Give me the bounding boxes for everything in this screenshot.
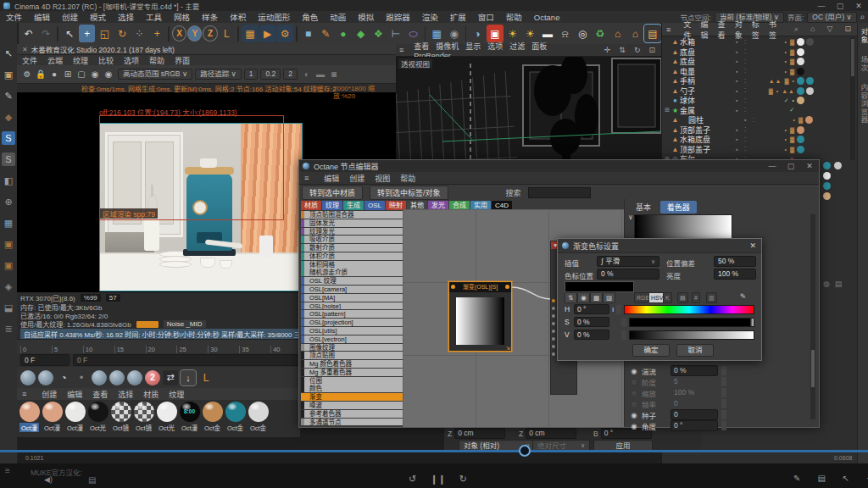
node-type-item[interactable]: 散射介质 xyxy=(301,244,403,252)
color-mode-button[interactable]: ▤ xyxy=(677,292,688,303)
editor-render-dots[interactable]: ⁚ xyxy=(744,97,751,104)
statusbar-icon[interactable]: ✎ xyxy=(793,474,800,483)
value-bar[interactable] xyxy=(629,330,754,340)
viewer-menu-item[interactable]: 比较 xyxy=(93,55,119,66)
stepper[interactable] xyxy=(621,330,626,340)
node-editor-menu-item[interactable]: 创建 xyxy=(344,173,370,184)
texture-tag[interactable] xyxy=(806,68,814,75)
display-mode-icon[interactable]: L xyxy=(198,370,214,385)
toolbar-icon[interactable] xyxy=(425,26,426,42)
viewer-tool-icon[interactable]: ● xyxy=(47,68,61,81)
kernel-select[interactable]: 路径追踪 ∨ xyxy=(195,69,242,80)
side-tab[interactable]: 内容浏览器 xyxy=(859,84,868,125)
editor-render-dots[interactable]: ⁚ xyxy=(744,107,751,114)
material-item[interactable]: Oct镜 xyxy=(133,402,154,437)
toolbar-icon[interactable]: ⌂ xyxy=(626,25,643,42)
texture-tag[interactable] xyxy=(797,126,804,134)
node-type-item[interactable]: OSL[pattern] xyxy=(301,310,403,318)
texture-tag[interactable] xyxy=(806,87,814,95)
saturation-bar[interactable] xyxy=(629,318,754,327)
category-chip[interactable]: 材质 xyxy=(301,201,321,210)
visibility-toggle[interactable]: ▪ xyxy=(736,88,744,94)
animation-dot[interactable]: ◉ xyxy=(630,367,638,375)
speaker-icon[interactable]: ◀) xyxy=(44,475,53,484)
tab-close-icon[interactable]: ✕ xyxy=(22,46,28,53)
hamburger-icon[interactable]: ≡ xyxy=(5,466,10,475)
toolbar-icon[interactable]: + xyxy=(79,25,96,42)
panel-scrollbar[interactable] xyxy=(810,214,815,419)
value-field[interactable]: 0 % xyxy=(574,330,609,340)
maximize-button[interactable]: ▢ xyxy=(831,2,849,10)
viewer-tab[interactable]: ✕ 木番教育汉化 Studio 2020.2.1 (187 days left) xyxy=(17,44,396,55)
toolbar-icon[interactable] xyxy=(57,26,58,42)
visibility-toggle[interactable]: ▪ xyxy=(736,127,744,133)
node-editor-titlebar[interactable]: Octane 节点编辑器 — ▢ ✕ xyxy=(299,160,819,172)
toolbar-icon[interactable]: ⊢ xyxy=(387,25,404,42)
viewport-menu-item[interactable]: 面板 xyxy=(528,42,550,51)
object-tags[interactable]: • ▓ xyxy=(751,147,795,152)
texture-tag[interactable] xyxy=(797,146,804,153)
node-type-item[interactable]: 颜色 xyxy=(301,385,403,392)
tab-shader[interactable]: 着色器 xyxy=(660,201,697,214)
display-mode-icon[interactable]: ⇄ xyxy=(163,370,178,385)
visibility-toggle[interactable]: ▪ xyxy=(736,147,744,152)
node-type-item[interactable]: 参考着色器 xyxy=(301,410,403,418)
viewer-tool-icon[interactable]: ▬ xyxy=(314,68,327,81)
property-value[interactable]: 0 ° xyxy=(670,420,718,431)
toolbar-icon[interactable]: ■ xyxy=(300,25,317,42)
tool-icon[interactable]: ▦ xyxy=(2,216,15,230)
tool-icon[interactable]: S xyxy=(2,152,15,166)
object-tags[interactable]: • ▓ xyxy=(751,127,795,133)
toolbar-icon[interactable]: L xyxy=(219,25,236,42)
stepper[interactable] xyxy=(621,318,626,327)
tool-icon[interactable]: ▣ xyxy=(2,237,15,251)
viewport-menu-item[interactable]: 显示 xyxy=(462,42,484,51)
toolbar-icon[interactable]: ● xyxy=(335,25,352,42)
viewer-menu-item[interactable]: 帮助 xyxy=(144,55,170,66)
transport-icon[interactable]: ↺ xyxy=(409,474,416,485)
viewer-menu-item[interactable]: 云端 xyxy=(42,55,68,66)
node-editor-menu-item[interactable]: 视图 xyxy=(370,173,395,184)
statusbar-icon[interactable]: ▤ xyxy=(817,474,825,483)
viewer-tool-icon[interactable]: ◉ xyxy=(102,68,115,81)
viewer-tool-icon[interactable]: ⚙ xyxy=(20,68,34,81)
node-type-item[interactable]: Mg 多重着色器 xyxy=(301,369,403,376)
coord-field[interactable]: 0 cm xyxy=(526,428,576,439)
node-type-item[interactable]: 随机游走介质 xyxy=(301,269,403,276)
texture-tag[interactable] xyxy=(806,58,814,65)
display-mode-icon[interactable] xyxy=(127,370,142,385)
hamburger-icon[interactable]: ≡ xyxy=(662,25,675,34)
cancel-button[interactable]: 取消 xyxy=(676,344,714,357)
tool-icon[interactable]: ↖ xyxy=(2,47,15,60)
texture-tag[interactable] xyxy=(806,126,814,134)
editor-render-dots[interactable]: ⁚ xyxy=(744,58,751,65)
object-manager-icon[interactable]: ⊡ xyxy=(840,25,855,34)
texture-tag[interactable] xyxy=(815,116,822,124)
progress-knob[interactable] xyxy=(519,445,531,457)
display-mode-icon[interactable] xyxy=(109,370,125,385)
texture-tag[interactable] xyxy=(806,48,814,56)
visibility-toggle[interactable]: ▪ xyxy=(736,39,744,45)
hamburger-icon[interactable]: ≡ xyxy=(299,174,314,182)
toolbar-icon[interactable]: ◱ xyxy=(96,25,113,42)
menu-item[interactable]: 文件 xyxy=(0,13,28,22)
texture-tag[interactable] xyxy=(805,116,813,124)
menu-item[interactable]: 工具 xyxy=(140,13,168,22)
property-value[interactable]: 0 xyxy=(670,409,718,420)
picker-tool-icon[interactable]: ◉ xyxy=(577,292,590,303)
node-type-item[interactable]: OSL[MA] xyxy=(301,294,403,302)
node-type-item[interactable]: 体积网格 xyxy=(301,261,403,269)
brightness-field[interactable]: 100 % xyxy=(714,269,756,280)
viewport-menu-item[interactable]: 摄像机 xyxy=(432,42,462,51)
object-scrollbar[interactable] xyxy=(850,37,855,160)
texture-tag[interactable] xyxy=(823,182,831,190)
texture-tag[interactable] xyxy=(823,192,831,200)
frame-range-field[interactable]: 0 F xyxy=(73,354,302,366)
display-mode-icon[interactable]: ↓ xyxy=(181,370,196,385)
tool-icon[interactable]: ◧ xyxy=(2,174,15,187)
property-value[interactable]: 0 xyxy=(670,398,718,409)
menu-item[interactable]: 体积 xyxy=(224,13,252,22)
menu-item[interactable]: 扩展 xyxy=(444,13,472,22)
viewer-tool-icon[interactable]: 🔒 xyxy=(34,68,47,81)
texture-tag[interactable] xyxy=(834,182,842,190)
